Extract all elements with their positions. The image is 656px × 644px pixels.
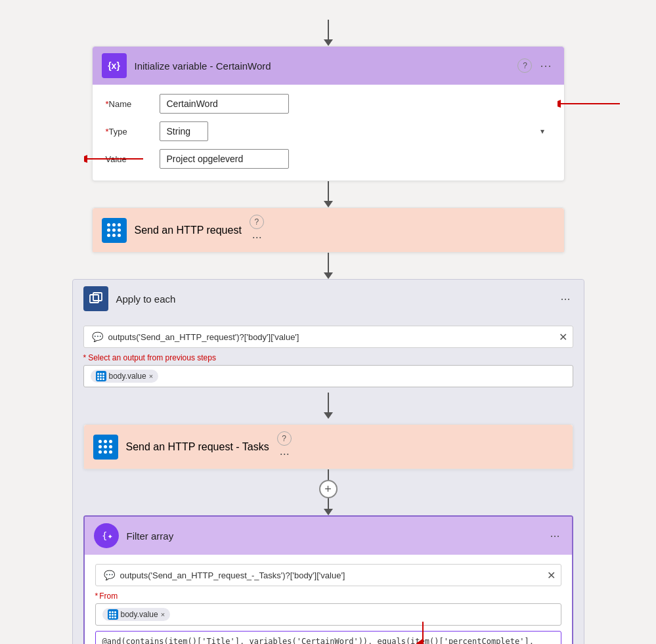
http-tasks-header: Send an HTTP request - Tasks ? ··· (84, 425, 573, 469)
filter-curly-icon: {✦} (99, 528, 114, 543)
init-var-title: Initialize variable - CertainWord (135, 60, 510, 72)
http-tasks-icon (93, 435, 118, 460)
tag-label: body.value (109, 372, 146, 381)
body-value-tag: body.value × (91, 370, 159, 383)
type-chevron: ▾ (540, 127, 544, 136)
name-input[interactable] (160, 94, 289, 114)
plus-connector: + (319, 469, 338, 515)
filter-body: 💬 outputs('Send_an_HTTP_request_-_Tasks'… (85, 555, 572, 644)
http-tasks-title: Send an HTTP request - Tasks (126, 441, 269, 453)
init-var-actions: ? ··· (517, 58, 554, 74)
remove-tag-btn[interactable]: × (149, 373, 153, 380)
filter-msg-icon: 💬 (104, 570, 115, 580)
filter-tag-label: body.value (121, 610, 158, 619)
svg-rect-4 (90, 295, 98, 303)
red-arrow-left (558, 97, 623, 110)
init-var-card: {x} Initialize variable - CertainWord ? … (92, 46, 565, 181)
formula-input[interactable] (95, 631, 561, 644)
plus-arrow (324, 509, 333, 515)
http-tasks-help-btn[interactable]: ? (277, 431, 292, 446)
http-tasks-more-btn[interactable]: ··· (277, 446, 292, 462)
filter-icon: {✦} (94, 523, 119, 548)
repeat-icon (89, 291, 103, 306)
init-var-header: {x} Initialize variable - CertainWord ? … (93, 47, 564, 85)
http-more-btn[interactable]: ··· (250, 229, 265, 246)
init-var-help-btn[interactable]: ? (517, 58, 532, 73)
connector-2 (324, 253, 333, 279)
type-select-wrapper: String Integer Boolean Float Array Objec… (160, 121, 551, 141)
apply-each-title: Apply to each (116, 293, 550, 305)
init-var-more-btn[interactable]: ··· (537, 58, 554, 74)
red-arrow-down (416, 622, 429, 644)
add-step-btn[interactable]: + (319, 480, 338, 498)
filter-expr-value: outputs('Send_an_HTTP_request_-_Tasks')?… (120, 570, 537, 580)
from-tag-input[interactable]: body.value × (95, 603, 561, 626)
http-actions: ? ··· (250, 215, 265, 246)
from-label: *From (95, 591, 561, 601)
expr-value: outputs('Send_an_HTTP_request')?['body']… (108, 332, 549, 342)
inner-connector-arrow-1 (324, 412, 333, 419)
apply-each-container: Apply to each ··· 💬 outputs('Send_an_HTT… (72, 279, 584, 644)
init-var-body: *Name (93, 85, 564, 181)
connector-line-1 (328, 181, 329, 201)
type-label: *Type (106, 127, 152, 137)
expr-box: 💬 outputs('Send_an_HTTP_request')?['body… (83, 326, 573, 348)
top-connector (324, 20, 333, 46)
inner-connector-line-1 (328, 393, 329, 412)
expr-close-btn[interactable]: ✕ (559, 331, 567, 343)
connector-arrow-1 (324, 201, 333, 207)
svg-text:{✦}: {✦} (102, 530, 114, 541)
http-title: Send an HTTP request (135, 225, 242, 236)
filter-expr-box: 💬 outputs('Send_an_HTTP_request_-_Tasks'… (95, 564, 561, 586)
filter-array-card: {✦} Filter array ··· 💬 outputs('Send_an_… (83, 515, 573, 644)
filter-body-value-tag: body.value × (102, 608, 171, 621)
filter-more-btn[interactable]: ··· (547, 528, 562, 544)
value-input[interactable] (160, 149, 289, 169)
apply-each-more-btn[interactable]: ··· (558, 291, 573, 307)
tag-dot-grid (96, 371, 106, 381)
connector-line-2 (328, 253, 329, 272)
msg-icon: 💬 (92, 332, 103, 342)
filter-header: {✦} Filter array ··· (85, 517, 572, 555)
filter-title: Filter array (127, 530, 540, 542)
http-tasks-card: Send an HTTP request - Tasks ? ··· (83, 424, 573, 469)
name-label: *Name (106, 99, 152, 109)
apply-each-icon (83, 286, 108, 311)
plus-line-top (328, 469, 329, 480)
init-var-icon: {x} (102, 53, 127, 78)
inner-connector-1 (324, 393, 333, 419)
apply-each-header: Apply to each ··· (73, 280, 584, 318)
http-help-btn[interactable]: ? (250, 215, 264, 229)
http-tasks-actions: ? ··· (277, 431, 292, 462)
tag-input[interactable]: body.value × (83, 365, 573, 387)
red-arrow-right (84, 152, 150, 165)
dot-grid-icon (107, 223, 121, 238)
filter-expr-close-btn[interactable]: ✕ (547, 569, 556, 582)
http-request-card: Send an HTTP request ? ··· (92, 207, 565, 253)
connector-arrow-2 (324, 272, 333, 279)
http-header: Send an HTTP request ? ··· (93, 208, 564, 252)
connector-1 (324, 181, 333, 207)
filter-remove-tag-btn[interactable]: × (161, 611, 165, 618)
plus-line-bottom (328, 498, 329, 509)
connector-arrow (324, 39, 333, 46)
http-tasks-dot-grid (98, 440, 113, 454)
filter-tag-dot-grid (108, 609, 118, 620)
http-icon (102, 218, 127, 243)
type-select[interactable]: String Integer Boolean Float Array Objec… (160, 121, 208, 141)
svg-rect-5 (93, 293, 102, 301)
apply-each-inner: 💬 outputs('Send_an_HTTP_request')?['body… (83, 326, 573, 644)
connector-line (328, 20, 329, 39)
output-select-label: *Select an output from previous steps (83, 353, 218, 362)
